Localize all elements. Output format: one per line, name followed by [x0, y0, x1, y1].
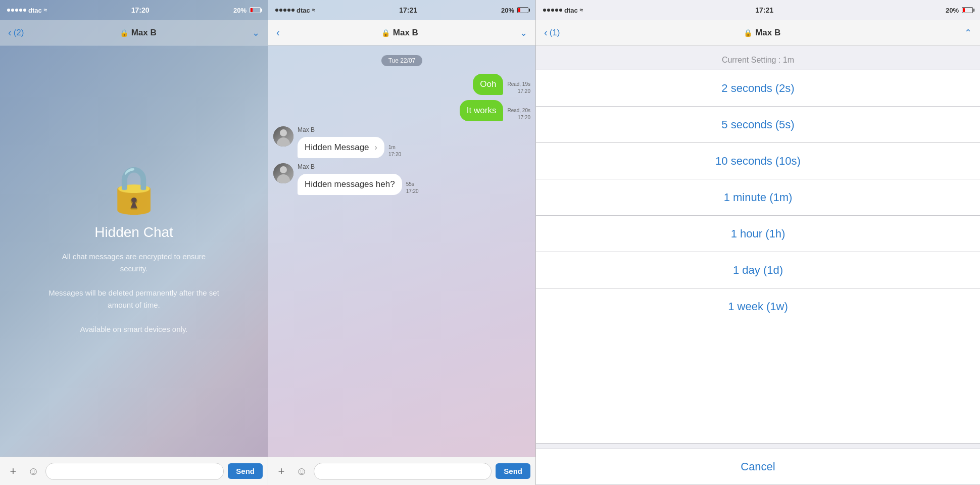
send-button-2[interactable]: Send — [496, 463, 530, 479]
right-status-2: 20% — [501, 7, 528, 14]
wifi-icon-3: ≈ — [580, 7, 583, 14]
hidden-chat-desc: All chat messages are encrypted to ensur… — [48, 251, 220, 335]
bubble-text-hidden: Hidden Message — [305, 142, 369, 152]
emoji-button-1[interactable]: ☺ — [25, 463, 41, 479]
plus-button-2[interactable]: + — [273, 463, 289, 479]
nav-title-1: 🔒 Max B — [120, 28, 157, 38]
arrow-icon: › — [374, 142, 377, 152]
setting-1m[interactable]: 1 minute (1m) — [536, 179, 980, 216]
hidden-chat-title: Hidden Chat — [94, 224, 173, 240]
chevron-down-icon-2: ⌄ — [520, 27, 527, 38]
chat-content: Tue 22/07 Read, 19s 17:20 Ooh Read, 20s … — [268, 45, 535, 457]
panel-chat: dtac ≈ 17:21 20% ‹ 🔒 Max B ⌄ Tue 22/07 — [268, 0, 535, 485]
signal-dots-3 — [543, 9, 562, 12]
carrier-name-3: dtac — [564, 7, 578, 14]
badge-count-3: (1) — [550, 28, 560, 38]
avatar-maxb-1 — [273, 126, 293, 147]
bubble-heh: Hidden messages heh? — [298, 174, 402, 195]
lock-icon-3: 🔒 — [744, 29, 752, 37]
avatar-img-1 — [273, 126, 293, 147]
chevron-down-icon-1: ⌄ — [252, 27, 260, 38]
battery-1 — [250, 7, 261, 13]
nav-back-2[interactable]: ‹ — [276, 27, 280, 38]
settings-list: 2 seconds (2s) 5 seconds (5s) 10 seconds… — [536, 70, 980, 444]
message-row-itworks: Read, 20s 17:20 It works — [273, 100, 530, 121]
nav-title-2: 🔒 Max B — [381, 28, 418, 38]
bubble-itworks: It works — [460, 100, 504, 121]
incoming-group-2: Max B Hidden messages heh? 55s 17:20 — [273, 163, 530, 195]
text-input-2[interactable] — [314, 463, 492, 480]
msg-meta-hidden: 1m 17:20 — [388, 144, 401, 158]
msg-time-ooh: 17:20 — [507, 88, 530, 95]
badge-count-1: (2) — [14, 28, 24, 38]
nav-bar-1: ‹ (2) 🔒 Max B ⌄ — [0, 20, 268, 45]
sender-name-2: Max B — [298, 163, 419, 170]
nav-right-2[interactable]: ⌄ — [520, 27, 527, 38]
battery-pct-3: 20% — [946, 7, 959, 14]
message-row-ooh: Read, 19s 17:20 Ooh — [273, 74, 530, 95]
setting-1w[interactable]: 1 week (1w) — [536, 288, 980, 325]
emoji-button-2[interactable]: ☺ — [293, 463, 310, 479]
send-button-1[interactable]: Send — [228, 463, 263, 479]
nav-back-1[interactable]: ‹ (2) — [8, 27, 24, 38]
avatar-img-2 — [273, 163, 293, 183]
hidden-chat-desc-line3: Available on smart devices only. — [48, 323, 220, 335]
battery-pct-1: 20% — [233, 7, 247, 14]
setting-10s[interactable]: 10 seconds (10s) — [536, 143, 980, 179]
time-2: 17:21 — [399, 6, 417, 14]
chevron-left-icon-2: ‹ — [276, 27, 280, 38]
bubble-text-itworks: It works — [467, 106, 497, 115]
time-1: 17:20 — [131, 6, 150, 14]
sender-name-1: Max B — [298, 126, 401, 133]
battery-2 — [517, 7, 528, 13]
nav-title-3: 🔒 Max B — [744, 28, 780, 38]
input-bar-2: + ☺ Send — [268, 457, 535, 485]
signal-dots-1 — [7, 9, 26, 12]
hidden-chat-desc-line1: All chat messages are encrypted to ensur… — [48, 251, 220, 275]
status-bar-3: dtac ≈ 17:21 20% — [536, 0, 980, 20]
plus-button-1[interactable]: + — [5, 463, 21, 479]
bubbles-col-2: Max B Hidden messages heh? 55s 17:20 — [298, 163, 419, 195]
msg-read-ooh: Read, 19s — [507, 81, 530, 88]
lock-big-icon: 🔒 — [106, 167, 162, 212]
panel-hidden-chat: dtac ≈ 17:20 20% ‹ (2) 🔒 Max B ⌄ 🔒 Hidde… — [0, 0, 268, 485]
bubble-ooh: Ooh — [473, 74, 503, 95]
text-input-1[interactable] — [45, 463, 224, 480]
current-setting: Current Setting : 1m — [536, 45, 980, 70]
status-bar-1: dtac ≈ 17:20 20% — [0, 0, 268, 20]
setting-1d[interactable]: 1 day (1d) — [536, 252, 980, 288]
date-badge: Tue 22/07 — [273, 56, 530, 65]
nav-back-3[interactable]: ‹ (1) — [544, 27, 560, 38]
bubble-hidden-msg[interactable]: Hidden Message › — [298, 137, 384, 158]
panel-settings: dtac ≈ 17:21 20% ‹ (1) 🔒 Max B ⌃ Current… — [535, 0, 980, 485]
setting-5s[interactable]: 5 seconds (5s) — [536, 107, 980, 143]
msg-meta-heh: 55s 17:20 — [406, 181, 419, 195]
battery-pct-2: 20% — [501, 7, 514, 14]
cancel-button[interactable]: Cancel — [536, 460, 980, 473]
hidden-chat-desc-line2: Messages will be deleted permanently aft… — [48, 287, 220, 311]
nav-title-text-3: Max B — [755, 28, 780, 38]
time-3: 17:21 — [755, 6, 773, 14]
bubble-row-heh: Hidden messages heh? 55s 17:20 — [298, 174, 419, 195]
carrier-1: dtac ≈ — [7, 7, 47, 14]
signal-dots-2 — [275, 9, 295, 12]
wifi-icon-2: ≈ — [312, 7, 316, 14]
nav-title-text-2: Max B — [393, 28, 418, 38]
bubble-text-ooh: Ooh — [480, 79, 496, 89]
carrier-2: dtac ≈ — [275, 7, 315, 14]
status-bar-2: dtac ≈ 17:21 20% — [268, 0, 535, 20]
nav-bar-2: ‹ 🔒 Max B ⌄ — [268, 20, 535, 45]
nav-right-1[interactable]: ⌄ — [252, 27, 260, 38]
wifi-icon-1: ≈ — [44, 7, 47, 14]
setting-1h[interactable]: 1 hour (1h) — [536, 216, 980, 252]
cancel-section: Cancel — [536, 449, 980, 485]
lock-icon-2: 🔒 — [381, 29, 390, 37]
nav-right-3[interactable]: ⌃ — [964, 27, 972, 38]
date-badge-text: Tue 22/07 — [381, 55, 423, 66]
msg-meta-ooh: Read, 19s 17:20 — [507, 81, 530, 95]
bubbles-col-1: Max B Hidden Message › 1m 17:20 — [298, 126, 401, 158]
setting-2s[interactable]: 2 seconds (2s) — [536, 70, 980, 107]
carrier-name-2: dtac — [297, 7, 310, 14]
lock-icon-1: 🔒 — [120, 29, 128, 37]
msg-time-itworks: 17:20 — [507, 114, 530, 121]
